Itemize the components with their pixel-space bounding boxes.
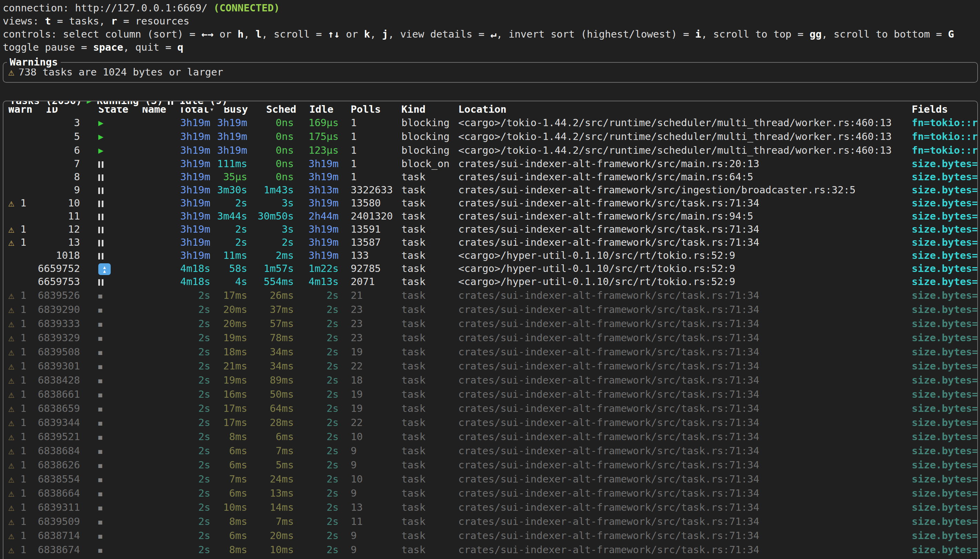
cell-name	[134, 184, 171, 197]
cell-polls: 9	[342, 528, 393, 542]
duration-value: 6ms	[229, 530, 247, 541]
col-header-fields[interactable]: Fields	[903, 103, 977, 116]
cell-location: crates/sui-indexer-alt-framework/src/tas…	[450, 443, 903, 458]
task-row[interactable]: ⚠ 16839521■2s8ms6ms2s10taskcrates/sui-in…	[3, 429, 977, 443]
cell-idle: 3h19m	[301, 197, 342, 210]
cell-warn: ⚠ 1	[3, 472, 37, 486]
task-row[interactable]: ⚠ 16838674■2s8ms10ms2s9taskcrates/sui-in…	[3, 542, 977, 557]
task-row[interactable]: 113h19m3m44s30m50s2h44m2401320taskcrates…	[3, 210, 977, 223]
col-header-polls[interactable]: Polls	[342, 103, 393, 116]
cell-total: 3h19m	[171, 157, 215, 170]
duration-value: 3h19m	[309, 158, 339, 170]
task-row[interactable]: 73h19m111ms0ns3h19m1block_oncrates/sui-i…	[3, 157, 977, 170]
task-row[interactable]: 83h19m35µs0ns3h19m1taskcrates/sui-indexe…	[3, 170, 977, 184]
cell-state	[89, 170, 134, 184]
task-row[interactable]: 10183h19m11ms2ms3h19m133task<cargo>/hype…	[3, 249, 977, 262]
cell-busy: 21ms	[215, 359, 258, 373]
cell-idle: 2s	[301, 345, 342, 359]
cell-name	[134, 458, 171, 472]
cell-sched: 50ms	[258, 557, 301, 559]
task-row[interactable]: 5▶3h19m3h19m0ns175µs1blocking<cargo>/tok…	[3, 130, 977, 143]
cell-name	[134, 249, 171, 262]
task-row[interactable]: ⚠ 16839344■2s17ms28ms2s22taskcrates/sui-…	[3, 415, 977, 429]
task-row[interactable]: ⚠ 16838684■2s6ms7ms2s9taskcrates/sui-ind…	[3, 443, 977, 458]
duration-value: 2s	[235, 237, 247, 248]
task-row[interactable]: 93h19m3m30s1m43s3h13m3322633taskcrates/s…	[3, 184, 977, 197]
cell-id: 6839311	[37, 500, 89, 514]
col-header-sched[interactable]: Sched	[258, 103, 301, 116]
task-row[interactable]: ⚠ 16839508■2s18ms34ms2s19taskcrates/sui-…	[3, 345, 977, 359]
cell-idle: 3h19m	[301, 249, 342, 262]
cell-id: 6839509	[37, 514, 89, 528]
text-segment: , scroll to top =	[701, 28, 809, 40]
cell-name	[134, 500, 171, 514]
task-row[interactable]: ⚠ 16839329■2s19ms78ms2s23taskcrates/sui-…	[3, 331, 977, 345]
cell-polls: 10	[342, 429, 393, 443]
text-segment: k	[364, 28, 370, 40]
task-row[interactable]: ⚠ 1133h19m2s2s3h19m13587taskcrates/sui-i…	[3, 236, 977, 249]
col-header-location[interactable]: Location	[450, 103, 903, 116]
cell-kind: task	[393, 249, 450, 262]
task-row[interactable]: ⚠ 16839526■2s17ms26ms2s21taskcrates/sui-…	[3, 288, 977, 302]
duration-value: 20ms	[270, 530, 294, 541]
task-row[interactable]: 3▶3h19m3h19m0ns169µs1blocking<cargo>/tok…	[3, 116, 977, 130]
cell-sched: 28ms	[258, 415, 301, 429]
cell-kind: task	[393, 170, 450, 184]
task-row[interactable]: ⚠ 16839311■2s10ms14ms2s13taskcrates/sui-…	[3, 500, 977, 514]
cell-busy: 18ms	[215, 345, 258, 359]
cell-polls: 9	[342, 486, 393, 500]
task-row[interactable]: 6659752▲▲4m18s58s1m57s1m22s92785task<car…	[3, 262, 977, 275]
task-row[interactable]: ⚠ 16838428■2s19ms89ms2s18taskcrates/sui-…	[3, 373, 977, 387]
warning-icon: ⚠	[8, 318, 14, 329]
task-row[interactable]: ⚠ 16838554■2s7ms24ms2s10taskcrates/sui-i…	[3, 472, 977, 486]
cell-name	[134, 472, 171, 486]
cell-sched: 26ms	[258, 288, 301, 302]
task-row[interactable]: ⚠ 16838664■2s6ms13ms2s9taskcrates/sui-in…	[3, 486, 977, 500]
task-row[interactable]: 6▶3h19m3h19m0ns123µs1blocking<cargo>/tok…	[3, 143, 977, 157]
cell-fields: size.bytes=	[903, 486, 977, 500]
tokio-console-screen: connection: http://127.0.0.1:6669/ (CONN…	[0, 0, 980, 559]
task-row[interactable]: ⚠ 1123h19m2s3s3h19m13591taskcrates/sui-i…	[3, 223, 977, 236]
task-row[interactable]: ⚠ 16838714■2s6ms20ms2s9taskcrates/sui-in…	[3, 528, 977, 542]
cell-location: crates/sui-indexer-alt-framework/src/tas…	[450, 514, 903, 528]
text-segment: r	[111, 15, 117, 27]
cell-sched: 13ms	[258, 486, 301, 500]
task-row[interactable]: ⚠ 16838502■2s6ms50ms2s8taskcrates/sui-in…	[3, 557, 977, 559]
cell-state: ■	[89, 542, 134, 557]
task-row[interactable]: ⚠ 16838626■2s6ms5ms2s9taskcrates/sui-ind…	[3, 458, 977, 472]
duration-value: 123µs	[309, 144, 339, 156]
duration-value: 2s	[326, 318, 339, 329]
cell-warn: ⚠ 1	[3, 387, 37, 401]
warning-icon: ⚠	[8, 445, 14, 456]
task-row[interactable]: ⚠ 16839290■2s20ms37ms2s23taskcrates/sui-…	[3, 302, 977, 316]
task-row[interactable]: ⚠ 16839509■2s8ms7ms2s11taskcrates/sui-in…	[3, 514, 977, 528]
fields-value: size.bytes=	[912, 374, 977, 386]
fields-value: size.bytes=	[912, 487, 977, 499]
cell-id: 6838659	[37, 401, 89, 415]
duration-value: 3h19m	[180, 250, 210, 261]
cell-sched: 0ns	[258, 170, 301, 184]
tasks-table[interactable]: WarnIDStateNameTotal▾BusySchedIdlePollsK…	[3, 103, 977, 559]
duration-value: 3h19m	[309, 197, 339, 209]
fields-value: size.bytes=	[912, 250, 977, 261]
cell-busy: 3h19m	[215, 143, 258, 157]
task-row[interactable]: ⚠ 16838661■2s16ms50ms2s19taskcrates/sui-…	[3, 387, 977, 401]
cell-name	[134, 143, 171, 157]
cell-busy: 3h19m	[215, 116, 258, 130]
task-row[interactable]: 66597534m18s4s554ms4m13s2071task<cargo>/…	[3, 275, 977, 288]
cell-warn: ⚠ 1	[3, 236, 37, 249]
col-header-idle[interactable]: Idle	[301, 103, 342, 116]
cell-total: 2s	[171, 373, 215, 387]
cell-sched: 3s	[258, 223, 301, 236]
cell-sched: 7ms	[258, 443, 301, 458]
warning-icon: ⚠	[8, 487, 14, 499]
task-row[interactable]: ⚠ 16839333■2s20ms57ms2s23taskcrates/sui-…	[3, 316, 977, 331]
task-row[interactable]: ⚠ 1103h19m2s3s3h19m13580taskcrates/sui-i…	[3, 197, 977, 210]
task-row[interactable]: ⚠ 16838659■2s17ms64ms2s19taskcrates/sui-…	[3, 401, 977, 415]
cell-sched: 0ns	[258, 157, 301, 170]
task-row[interactable]: ⚠ 16839301■2s21ms34ms2s22taskcrates/sui-…	[3, 359, 977, 373]
col-header-kind[interactable]: Kind	[393, 103, 450, 116]
cell-sched: 3s	[258, 197, 301, 210]
cell-sched: 50ms	[258, 387, 301, 401]
cell-fields: size.bytes=	[903, 210, 977, 223]
